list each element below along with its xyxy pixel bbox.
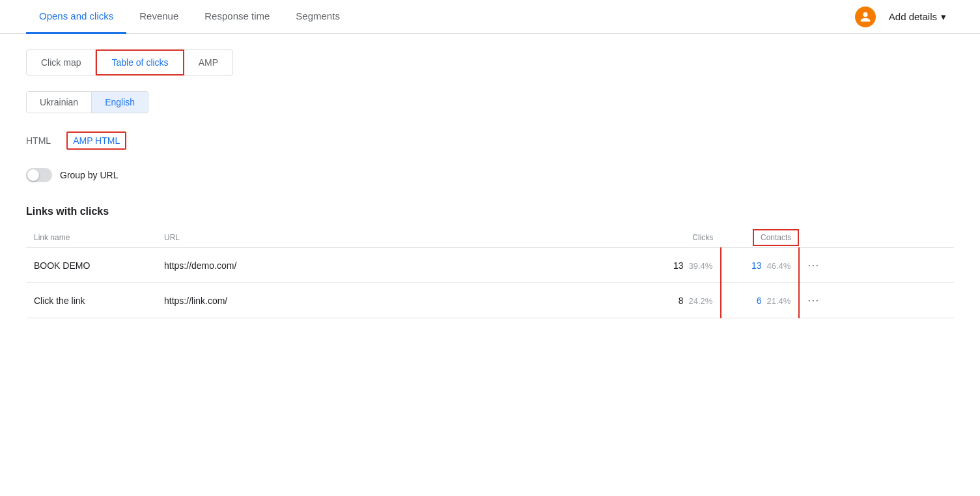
language-selector: Ukrainian English [26,91,954,113]
chevron-down-icon: ▾ [941,11,946,23]
group-by-url-toggle[interactable] [26,168,52,182]
main-content: Click map Table of clicks AMP Ukrainian … [0,34,980,334]
cell-url: https://link.com/ [156,283,643,318]
contact-link[interactable]: 6 [757,296,762,306]
user-avatar-icon [855,7,876,27]
contact-link[interactable]: 13 [751,260,762,271]
th-contacts: Contacts [721,228,799,248]
tab-response-time[interactable]: Response time [191,0,283,34]
top-navigation: Opens and clicks Revenue Response time S… [0,0,980,34]
cell-actions: ··· [799,248,954,283]
contacts-header-box: Contacts [753,229,799,246]
cell-link-name: Click the link [26,283,156,318]
tab-opens-and-clicks[interactable]: Opens and clicks [26,0,126,34]
links-with-clicks-section: Links with clicks Link name URL Clicks C… [26,206,954,318]
table-of-clicks-button[interactable]: Table of clicks [96,49,184,76]
th-link-name: Link name [26,228,156,248]
add-details-label: Add details [889,11,937,22]
tab-revenue[interactable]: Revenue [126,0,191,34]
amp-button[interactable]: AMP [184,49,233,76]
cell-actions: ··· [799,283,954,318]
th-actions [799,228,954,248]
cell-contacts: 6 21.4% [721,283,799,318]
tab-segments[interactable]: Segments [283,0,353,34]
cell-link-name: BOOK DEMO [26,248,156,283]
language-english-button[interactable]: English [92,91,148,113]
table-row: Click the link https://link.com/ 8 24.2%… [26,283,954,318]
view-button-group: Click map Table of clicks AMP [26,49,954,76]
th-clicks: Clicks [643,228,721,248]
cell-contacts: 13 46.4% [721,248,799,283]
cell-url: https://demo.com/ [156,248,643,283]
group-by-url-label: Group by URL [60,170,118,180]
click-map-button[interactable]: Click map [26,49,96,76]
links-section-title: Links with clicks [26,206,954,217]
table-row: BOOK DEMO https://demo.com/ 13 39.4% 13 … [26,248,954,283]
top-nav-right: Add details ▾ [855,6,954,28]
cell-clicks: 8 24.2% [643,283,721,318]
html-label: HTML [26,135,51,146]
cell-clicks: 13 39.4% [643,248,721,283]
format-row: HTML AMP HTML [26,131,954,150]
th-url: URL [156,228,643,248]
more-options-button[interactable]: ··· [807,258,819,271]
nav-tabs: Opens and clicks Revenue Response time S… [26,0,353,33]
toggle-row: Group by URL [26,168,954,182]
more-options-button[interactable]: ··· [807,294,819,307]
add-details-button[interactable]: Add details ▾ [881,6,954,28]
language-ukrainian-button[interactable]: Ukrainian [26,91,92,113]
amp-html-button[interactable]: AMP HTML [66,131,126,150]
clicks-table: Link name URL Clicks Contacts BOOK DEMO … [26,228,954,318]
